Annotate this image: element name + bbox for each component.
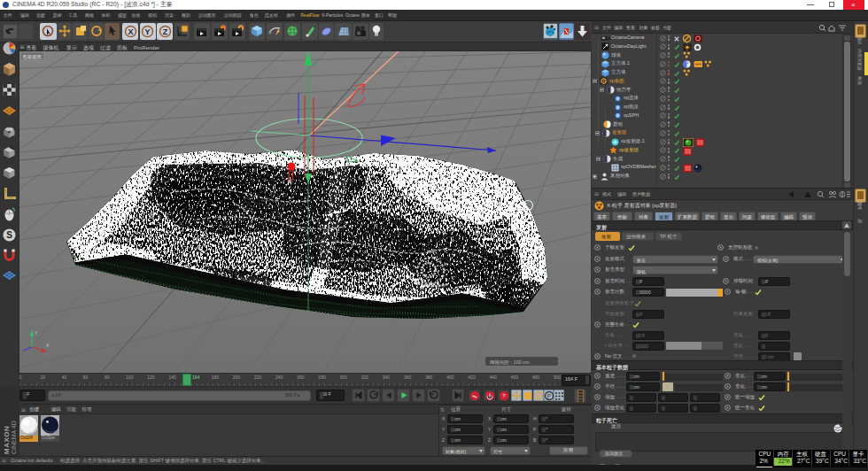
svg-text:S: S	[6, 230, 12, 240]
svg-text:X: X	[128, 27, 133, 36]
svg-text:Z: Z	[162, 27, 167, 36]
svg-text:透视视图: 透视视图	[22, 54, 42, 60]
svg-text:网格间距 : 100 cm: 网格间距 : 100 cm	[490, 359, 530, 366]
svg-text:P: P	[546, 392, 550, 398]
svg-text:Y: Y	[144, 27, 150, 36]
